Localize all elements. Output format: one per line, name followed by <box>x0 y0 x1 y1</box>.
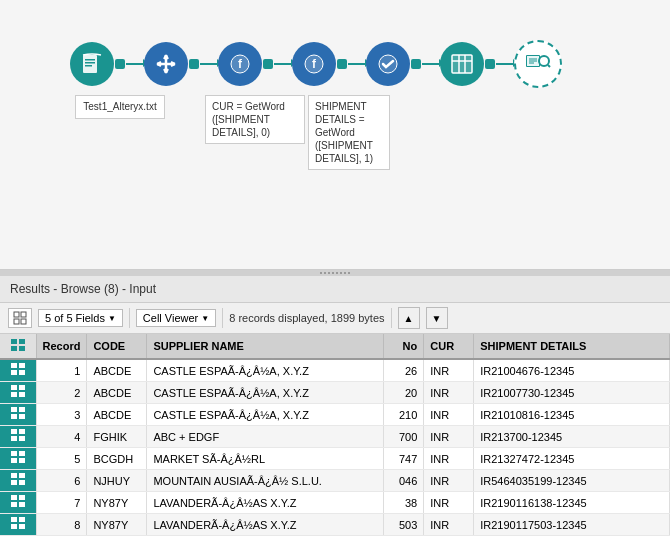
svg-rect-51 <box>19 480 25 485</box>
cell-code: ABCDE <box>87 359 147 382</box>
table-header-row: Record CODE SUPPLIER NAME No CUR SHIPMEN… <box>0 334 670 359</box>
cell-record: 2 <box>36 382 87 404</box>
cell-shipment: IR21010816-12345 <box>474 404 670 426</box>
cell-record: 3 <box>36 404 87 426</box>
th-supplier: SUPPLIER NAME <box>147 334 384 359</box>
tool-formula2[interactable]: f <box>292 42 336 86</box>
svg-point-18 <box>539 56 549 66</box>
connector-6 <box>485 59 495 69</box>
grip-dots <box>320 272 350 274</box>
cell-cur: INR <box>424 359 474 382</box>
cell-shipment: IR21327472-12345 <box>474 448 670 470</box>
cell-viewer-button[interactable]: Cell Viewer ▼ <box>136 309 216 327</box>
cell-shipment: IR213700-12345 <box>474 426 670 448</box>
arrow-6 <box>496 63 514 65</box>
svg-rect-40 <box>11 429 17 434</box>
svg-rect-20 <box>14 312 19 317</box>
row-icon-cell <box>0 382 36 404</box>
tool-input[interactable] <box>70 42 114 86</box>
svg-rect-53 <box>19 495 25 500</box>
workflow-canvas: f f <box>0 0 670 270</box>
formula1-label: CUR = GetWord ([SHIPMENT DETAILS], 0) <box>205 95 305 144</box>
arrow-4 <box>348 63 366 65</box>
svg-rect-57 <box>19 517 25 522</box>
cell-supplier: LAVANDERÃ-Â¿Â½AS X.Y.Z <box>147 492 384 514</box>
dropdown-arrow-icon: ▼ <box>108 314 116 323</box>
connector-4 <box>337 59 347 69</box>
svg-rect-47 <box>19 458 25 463</box>
arrow-1 <box>126 63 144 65</box>
svg-rect-22 <box>14 319 19 324</box>
cell-no: 38 <box>384 492 424 514</box>
svg-rect-2 <box>85 62 95 64</box>
input-label: Test1_Alteryx.txt <box>75 95 165 119</box>
fields-selector-button[interactable]: 5 of 5 Fields ▼ <box>38 309 123 327</box>
tool-table[interactable] <box>440 42 484 86</box>
table-row: 5BCGDHMARKET SÃ-Â¿Â½RL747INRIR21327472-1… <box>0 448 670 470</box>
table-row: 3ABCDECASTLE ESPAÃ-Â¿Â½A, X.Y.Z210INRIR2… <box>0 404 670 426</box>
table-row: 1ABCDECASTLE ESPAÃ-Â¿Â½A, X.Y.Z26INRIR21… <box>0 359 670 382</box>
row-icon-cell <box>0 404 36 426</box>
connector-2 <box>189 59 199 69</box>
toolbar-divider-3 <box>391 308 392 328</box>
cell-supplier: CASTLE ESPAÃ-Â¿Â½A, X.Y.Z <box>147 382 384 404</box>
svg-rect-52 <box>11 495 17 500</box>
svg-rect-25 <box>19 339 25 344</box>
arrow-3 <box>274 63 292 65</box>
scroll-down-button[interactable]: ▼ <box>426 307 448 329</box>
cell-shipment: IR5464035199-12345 <box>474 470 670 492</box>
svg-rect-33 <box>19 385 25 390</box>
row-icon-cell <box>0 492 36 514</box>
svg-rect-35 <box>19 392 25 397</box>
tool-filter[interactable] <box>366 42 410 86</box>
row-icon-cell <box>0 426 36 448</box>
cell-viewer-arrow-icon: ▼ <box>201 314 209 323</box>
tool-select[interactable] <box>144 42 188 86</box>
cell-record: 1 <box>36 359 87 382</box>
svg-rect-34 <box>11 392 17 397</box>
svg-rect-42 <box>11 436 17 441</box>
row-icon-cell <box>0 359 36 382</box>
cell-cur: INR <box>424 426 474 448</box>
cell-supplier: CASTLE ESPAÃ-Â¿Â½A, X.Y.Z <box>147 404 384 426</box>
svg-rect-44 <box>11 451 17 456</box>
th-shipment: SHIPMENT DETAILS <box>474 334 670 359</box>
cell-shipment: IR2190117503-12345 <box>474 514 670 536</box>
results-toolbar: 5 of 5 Fields ▼ Cell Viewer ▼ 8 records … <box>0 303 670 334</box>
svg-rect-38 <box>11 414 17 419</box>
svg-rect-54 <box>11 502 17 507</box>
svg-rect-24 <box>11 339 17 344</box>
tool-row: f f <box>70 40 562 88</box>
svg-rect-49 <box>19 473 25 478</box>
cell-code: ABCDE <box>87 404 147 426</box>
tool-browse[interactable] <box>514 40 562 88</box>
th-no: No <box>384 334 424 359</box>
svg-rect-31 <box>19 370 25 375</box>
results-table-container[interactable]: Record CODE SUPPLIER NAME No CUR SHIPMEN… <box>0 334 670 536</box>
cell-record: 5 <box>36 448 87 470</box>
cell-no: 700 <box>384 426 424 448</box>
toolbar-divider-2 <box>222 308 223 328</box>
cell-no: 20 <box>384 382 424 404</box>
svg-line-19 <box>548 65 550 67</box>
grid-view-button[interactable] <box>8 308 32 328</box>
cell-record: 8 <box>36 514 87 536</box>
cell-code: NJHUY <box>87 470 147 492</box>
svg-rect-32 <box>11 385 17 390</box>
table-row: 8NY87YLAVANDERÃ-Â¿Â½AS X.Y.Z503INRIR2190… <box>0 514 670 536</box>
tool-formula1[interactable]: f <box>218 42 262 86</box>
svg-rect-30 <box>11 370 17 375</box>
cell-code: NY87Y <box>87 514 147 536</box>
svg-rect-37 <box>19 407 25 412</box>
table-row: 7NY87YLAVANDERÃ-Â¿Â½AS X.Y.Z38INRIR21901… <box>0 492 670 514</box>
svg-rect-43 <box>19 436 25 441</box>
cell-cur: INR <box>424 514 474 536</box>
svg-rect-9 <box>452 55 472 73</box>
svg-rect-29 <box>19 363 25 368</box>
formula2-label: SHIPMENT DETAILS = GetWord ([SHIPMENT DE… <box>308 95 390 170</box>
cell-no: 503 <box>384 514 424 536</box>
connector-5 <box>411 59 421 69</box>
svg-rect-23 <box>21 319 26 324</box>
cell-shipment: IR21007730-12345 <box>474 382 670 404</box>
scroll-up-button[interactable]: ▲ <box>398 307 420 329</box>
